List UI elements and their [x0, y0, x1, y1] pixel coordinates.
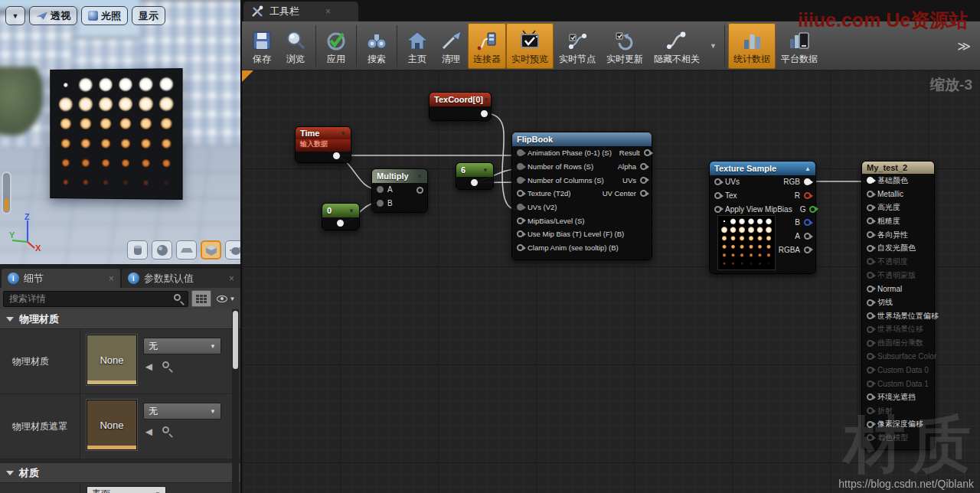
lit-mode-button[interactable]: 光照	[81, 6, 128, 25]
node-multiply[interactable]: Multiply▼ A B	[371, 168, 428, 213]
ts-uvs-pin[interactable]	[714, 178, 721, 185]
browse-asset-icon[interactable]	[162, 426, 173, 437]
visibility-filter-button[interactable]: ▼	[214, 290, 237, 307]
close-icon[interactable]: ×	[325, 6, 331, 17]
search-button[interactable]: 搜索	[360, 23, 394, 69]
node-constant-6[interactable]: 6▼	[456, 162, 494, 190]
live-preview-button[interactable]: 实时预览	[506, 23, 554, 69]
node-flipbook[interactable]: FlipBook Animation Phase (0-1) (S)Result…	[511, 132, 652, 260]
physical-material-dropdown[interactable]: 无 ▼	[143, 338, 221, 354]
material-output-pin[interactable]	[867, 231, 874, 238]
material-output-pin[interactable]	[867, 286, 874, 292]
flipbook-input-pin[interactable]	[517, 230, 524, 237]
details-scrollbar[interactable]	[232, 309, 239, 493]
live-nodes-button[interactable]: 实时节点	[554, 23, 601, 69]
material-output-pin[interactable]	[867, 272, 874, 279]
apply-button[interactable]: 应用	[319, 23, 353, 69]
toolbar-document-tab[interactable]: 工具栏 ×	[243, 2, 358, 21]
node-constant-0[interactable]: 0▼	[322, 203, 360, 230]
ts-tex-pin[interactable]	[714, 192, 721, 199]
custom-mesh-shape-button[interactable]	[225, 240, 242, 260]
use-selected-arrow-icon[interactable]: ◄	[143, 426, 155, 437]
flipbook-input-pin[interactable]	[517, 177, 524, 184]
flipbook-input-pin[interactable]	[517, 217, 524, 224]
material-output-pin[interactable]	[867, 393, 874, 400]
browse-asset-icon[interactable]	[162, 361, 173, 372]
material-output-pin[interactable]	[867, 380, 874, 387]
tab-details[interactable]: i 细节 ×	[2, 269, 120, 288]
cylinder-shape-button[interactable]	[127, 240, 148, 260]
use-selected-arrow-icon[interactable]: ◄	[143, 361, 155, 372]
material-graph-canvas[interactable]: 缩放-3 TexCoord[0]▼ Time▼	[242, 70, 980, 493]
physical-material-mask-dropdown[interactable]: 无 ▼	[143, 403, 221, 420]
flipbook-output-pin[interactable]	[640, 190, 647, 197]
viewport-side-slider[interactable]	[2, 171, 11, 214]
flipbook-input-pin[interactable]	[517, 190, 524, 197]
scrollbar-thumb[interactable]	[233, 311, 238, 369]
flipbook-input-pin[interactable]	[517, 149, 524, 156]
ts-b-pin[interactable]	[804, 219, 811, 226]
sphere-shape-button[interactable]	[152, 240, 172, 260]
const6-output-pin[interactable]	[471, 179, 478, 186]
home-button[interactable]: 主页	[400, 23, 434, 69]
material-output-pin[interactable]	[867, 204, 874, 211]
clean-button[interactable]: 清理	[434, 23, 468, 69]
grid-view-button[interactable]	[191, 290, 211, 307]
live-update-button[interactable]: 实时更新	[601, 23, 648, 69]
ts-rgb-pin[interactable]	[804, 178, 811, 185]
plane-shape-button[interactable]	[176, 240, 197, 260]
browse-button[interactable]: 浏览	[279, 23, 312, 69]
node-texture-sample[interactable]: Texture Sample▲ UVsRGB TexR Apply View M…	[709, 161, 816, 274]
ts-g-pin[interactable]	[809, 206, 816, 213]
perspective-button[interactable]: 透视	[29, 6, 77, 25]
physical-material-thumbnail[interactable]: None	[87, 335, 137, 385]
const0-output-pin[interactable]	[337, 220, 344, 227]
node-texcoord[interactable]: TexCoord[0]▼	[429, 92, 492, 121]
material-output-pin[interactable]	[867, 245, 874, 252]
material-output-pin[interactable]	[867, 217, 874, 224]
node-time[interactable]: Time▼ 输入数据	[295, 126, 351, 163]
save-button[interactable]: 保存	[245, 23, 279, 69]
material-output-pin[interactable]	[867, 177, 874, 184]
material-output-pin[interactable]	[867, 312, 874, 319]
flipbook-input-pin[interactable]	[517, 163, 524, 170]
close-icon[interactable]: ×	[229, 273, 234, 284]
material-output-pin[interactable]	[867, 326, 874, 333]
material-output-pin[interactable]	[867, 353, 874, 360]
ts-rgba-pin[interactable]	[804, 246, 811, 253]
section-material[interactable]: 材质	[0, 463, 240, 483]
physical-material-mask-thumbnail[interactable]: None	[87, 400, 137, 450]
flipbook-output-pin[interactable]	[640, 177, 647, 184]
flipbook-input-pin[interactable]	[517, 204, 524, 211]
toolbar-dropdown-caret[interactable]: ▼	[705, 42, 721, 50]
texcoord-output-pin[interactable]	[481, 110, 488, 117]
multiply-b-pin[interactable]	[377, 200, 384, 207]
search-details-input[interactable]	[3, 291, 188, 307]
material-domain-dropdown[interactable]: 表面 ▼	[87, 486, 166, 493]
flipbook-output-pin[interactable]	[640, 163, 647, 170]
material-output-pin[interactable]	[867, 340, 874, 347]
connector-button[interactable]: 连接器	[468, 23, 506, 69]
flipbook-output-pin[interactable]	[644, 149, 651, 156]
section-physical-material[interactable]: 物理材质	[0, 309, 240, 329]
ts-a-pin[interactable]	[804, 233, 811, 240]
ts-mipbias-pin[interactable]	[714, 206, 721, 213]
stats-button[interactable]: 统计数据	[728, 23, 776, 69]
cube-shape-button[interactable]	[201, 240, 221, 260]
close-icon[interactable]: ×	[109, 273, 114, 284]
flipbook-input-pin[interactable]	[517, 244, 524, 251]
viewport-options-button[interactable]: ▼	[5, 6, 25, 25]
material-output-pin[interactable]	[867, 367, 874, 374]
preview-mesh-flipbook-texture[interactable]	[50, 68, 182, 200]
material-output-pin[interactable]	[867, 258, 874, 265]
ts-r-pin[interactable]	[804, 192, 811, 199]
multiply-a-pin[interactable]	[377, 186, 384, 193]
show-button[interactable]: 显示	[132, 6, 165, 25]
material-output-pin[interactable]	[867, 299, 874, 306]
preview-viewport[interactable]: ▼ 透视 光照 显示 Z Y X	[0, 0, 242, 264]
hide-unrelated-button[interactable]: 隐藏不相关	[648, 23, 705, 69]
tab-parameter-defaults[interactable]: i 参数默认值 ×	[122, 269, 240, 288]
time-output-pin[interactable]	[333, 152, 340, 159]
multiply-output-pin[interactable]	[416, 187, 423, 194]
material-output-pin[interactable]	[867, 191, 874, 198]
